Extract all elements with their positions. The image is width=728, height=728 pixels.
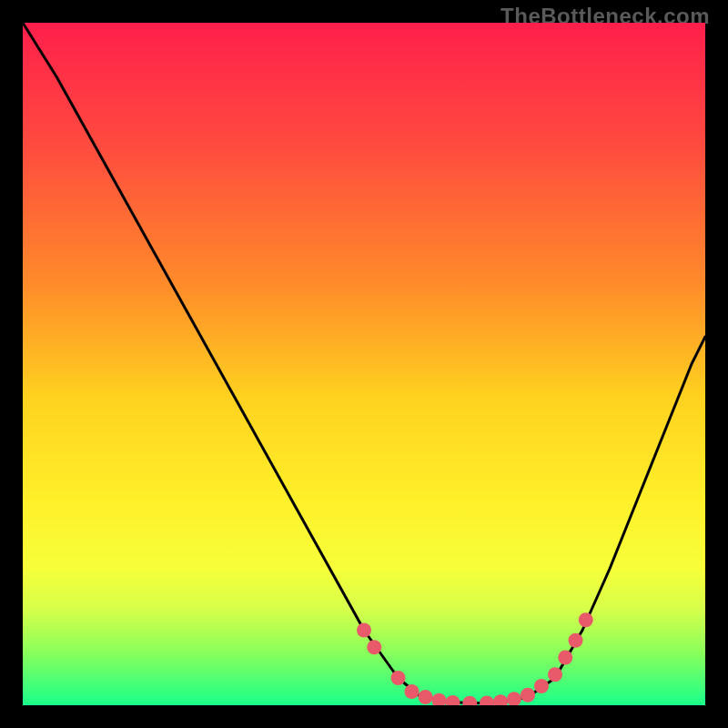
marker-point bbox=[534, 679, 549, 693]
marker-point bbox=[357, 623, 371, 638]
marker-point bbox=[569, 633, 583, 648]
marker-point bbox=[419, 690, 433, 704]
plot-area bbox=[23, 23, 705, 705]
marker-point bbox=[579, 612, 593, 627]
marker-point bbox=[548, 667, 562, 682]
marker-point bbox=[405, 684, 420, 699]
chart-svg bbox=[23, 23, 705, 705]
marker-point bbox=[521, 688, 535, 703]
marker-point bbox=[367, 640, 381, 654]
gradient-background bbox=[23, 23, 705, 705]
chart-frame: TheBottleneck.com bbox=[0, 0, 728, 728]
marker-point bbox=[391, 671, 406, 685]
marker-point bbox=[558, 651, 572, 665]
